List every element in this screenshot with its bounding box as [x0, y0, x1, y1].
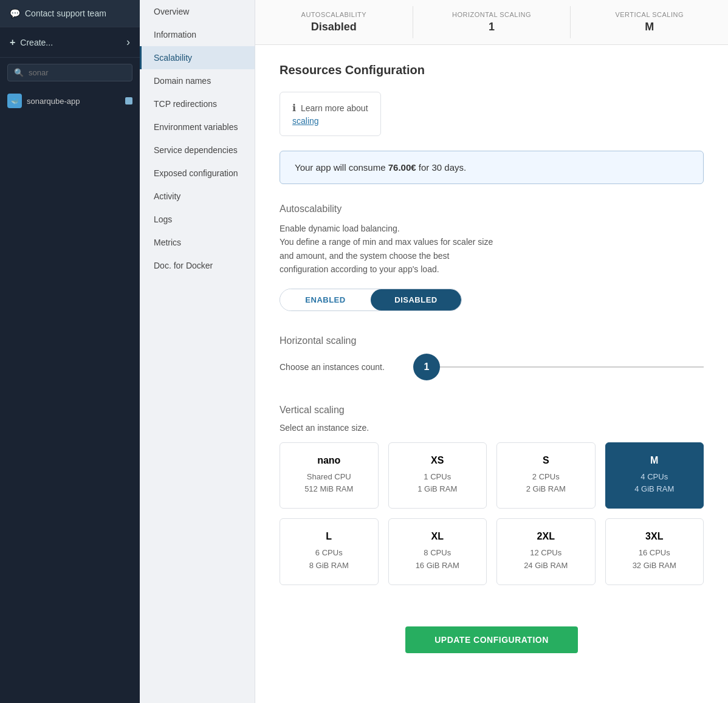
- plus-icon: +: [10, 37, 15, 48]
- cost-text-suffix: for 30 days.: [416, 162, 467, 173]
- instance-card-2xl[interactable]: 2XL 12 CPUs 24 GiB RAM: [496, 518, 596, 585]
- content-area: Resources Configuration ℹ Learn more abo…: [255, 45, 728, 696]
- slider-track: [439, 366, 704, 368]
- create-button[interactable]: + Create... ›: [0, 27, 140, 58]
- horizontal-scaling-section: Horizontal scaling Choose an instances c…: [280, 335, 704, 380]
- horizontal-stat-value: 1: [423, 21, 561, 33]
- support-icon: 💬: [10, 9, 20, 18]
- vertical-scaling-section: Vertical scaling Select an instance size…: [280, 405, 704, 585]
- sidebar-item-scalability[interactable]: Scalability: [140, 46, 255, 69]
- autoscalability-stat-label: AUTOSCALABILITY: [265, 11, 403, 18]
- autoscalability-description: Enable dynamic load balancing. You defin…: [280, 222, 498, 276]
- contact-support-label: Contact support team: [25, 9, 106, 18]
- instance-ram: 2 GiB RAM: [507, 483, 585, 496]
- instance-ram: 24 GiB RAM: [507, 560, 585, 572]
- sidebar-item-activity[interactable]: Activity: [140, 185, 255, 208]
- instance-size-name: S: [507, 455, 585, 466]
- instance-ram: 8 GiB RAM: [290, 560, 368, 572]
- cost-text-prefix: Your app will consume: [295, 162, 388, 173]
- vertical-stat-value: M: [580, 21, 718, 33]
- sidebar-item-metrics[interactable]: Metrics: [140, 231, 255, 254]
- instance-size-grid: nano Shared CPU 512 MiB RAM XS 1 CPUs 1 …: [280, 442, 704, 585]
- info-box-text: Learn more about: [301, 103, 368, 113]
- info-circle-icon: ℹ: [292, 102, 296, 114]
- sidebar-item-logs[interactable]: Logs: [140, 208, 255, 231]
- search-input[interactable]: [29, 68, 126, 77]
- contact-support-button[interactable]: 💬 Contact support team: [0, 0, 140, 27]
- sidebar-item-tcp-redirections[interactable]: TCP redirections: [140, 92, 255, 115]
- instance-size-name: L: [290, 531, 368, 542]
- search-container: 🔍: [7, 64, 132, 81]
- instance-ram: 4 GiB RAM: [616, 483, 694, 496]
- instance-card-m[interactable]: M 4 CPUs 4 GiB RAM: [605, 442, 704, 509]
- sidebar-item-environment-variables[interactable]: Environment variables: [140, 115, 255, 139]
- autoscalability-toggle: ENABLED DISABLED: [280, 289, 462, 311]
- instance-cpu: 1 CPUs: [399, 471, 477, 484]
- instance-ram: 512 MiB RAM: [290, 483, 368, 496]
- sidebar-item-exposed-configuration[interactable]: Exposed configuration: [140, 162, 255, 185]
- horizontal-scaling-header: Horizontal scaling: [280, 335, 704, 346]
- app-name-label: sonarqube-app: [27, 97, 80, 106]
- create-label: Create...: [20, 38, 53, 47]
- disabled-button[interactable]: DISABLED: [371, 289, 461, 310]
- update-btn-container: UPDATE CONFIGURATION: [280, 614, 704, 677]
- instance-size-name: XS: [399, 455, 477, 466]
- sidebar: 💬 Contact support team + Create... › 🔍 🐳…: [0, 0, 140, 703]
- instance-cpu: Shared CPU: [290, 471, 368, 484]
- instance-cpu: 2 CPUs: [507, 471, 585, 484]
- center-navigation: OverviewInformationScalabilityDomain nam…: [140, 0, 255, 703]
- instance-ram: 32 GiB RAM: [616, 560, 694, 572]
- page-title: Resources Configuration: [280, 63, 704, 77]
- instance-cpu: 16 CPUs: [616, 547, 694, 560]
- scaling-link[interactable]: scaling: [292, 116, 368, 126]
- instance-card-xl[interactable]: XL 8 CPUs 16 GiB RAM: [388, 518, 487, 585]
- autoscalability-stat: AUTOSCALABILITY Disabled: [255, 6, 413, 38]
- enabled-button[interactable]: ENABLED: [280, 289, 371, 310]
- slider-thumb[interactable]: 1: [413, 354, 440, 380]
- instance-cpu: 6 CPUs: [290, 547, 368, 560]
- sidebar-item-information[interactable]: Information: [140, 23, 255, 46]
- stats-bar: AUTOSCALABILITY Disabled HORIZONTAL SCAL…: [255, 0, 728, 45]
- vertical-scaling-header: Vertical scaling: [280, 405, 704, 416]
- instance-size-name: 2XL: [507, 531, 585, 542]
- app-list-item[interactable]: 🐳 sonarqube-app: [0, 87, 140, 114]
- instance-cpu: 8 CPUs: [399, 547, 477, 560]
- instance-size-name: M: [616, 455, 694, 466]
- sidebar-item-doc-for-docker[interactable]: Doc. for Docker: [140, 254, 255, 277]
- autoscalability-section: Autoscalability Enable dynamic load bala…: [280, 204, 704, 311]
- horizontal-scaling-row: Choose an instances count. 1: [280, 354, 704, 380]
- instance-card-l[interactable]: L 6 CPUs 8 GiB RAM: [280, 518, 379, 585]
- cost-banner: Your app will consume 76.00€ for 30 days…: [280, 151, 704, 184]
- horizontal-stat: HORIZONTAL SCALING 1: [413, 6, 571, 38]
- instance-size-name: 3XL: [616, 531, 694, 542]
- horizontal-stat-label: HORIZONTAL SCALING: [423, 11, 561, 18]
- horizontal-scaling-description: Choose an instances count.: [280, 362, 401, 372]
- instance-card-xs[interactable]: XS 1 CPUs 1 GiB RAM: [388, 442, 487, 509]
- app-status-icon: [125, 97, 132, 105]
- sidebar-item-overview[interactable]: Overview: [140, 0, 255, 23]
- info-box: ℹ Learn more about scaling: [280, 92, 381, 136]
- sidebar-item-domain-names[interactable]: Domain names: [140, 69, 255, 92]
- instance-cpu: 12 CPUs: [507, 547, 585, 560]
- app-icon: 🐳: [7, 94, 22, 108]
- vertical-scaling-description: Select an instance size.: [280, 423, 704, 433]
- cost-amount: 76.00€: [388, 162, 416, 173]
- horizontal-slider[interactable]: 1: [413, 354, 704, 380]
- autoscalability-header: Autoscalability: [280, 204, 704, 214]
- instance-ram: 1 GiB RAM: [399, 483, 477, 496]
- instance-size-name: nano: [290, 455, 368, 466]
- instance-card-nano[interactable]: nano Shared CPU 512 MiB RAM: [280, 442, 379, 509]
- update-configuration-button[interactable]: UPDATE CONFIGURATION: [405, 626, 578, 653]
- instance-size-name: XL: [399, 531, 477, 542]
- autoscalability-stat-value: Disabled: [265, 21, 403, 33]
- sidebar-item-service-dependencies[interactable]: Service dependencies: [140, 139, 255, 162]
- instance-card-3xl[interactable]: 3XL 16 CPUs 32 GiB RAM: [605, 518, 704, 585]
- search-icon: 🔍: [14, 68, 24, 77]
- instance-cpu: 4 CPUs: [616, 471, 694, 484]
- instance-ram: 16 GiB RAM: [399, 560, 477, 572]
- main-content: AUTOSCALABILITY Disabled HORIZONTAL SCAL…: [255, 0, 728, 703]
- chevron-right-icon: ›: [126, 36, 130, 49]
- vertical-stat-label: VERTICAL SCALING: [580, 11, 718, 18]
- vertical-stat: VERTICAL SCALING M: [571, 6, 728, 38]
- instance-card-s[interactable]: S 2 CPUs 2 GiB RAM: [496, 442, 596, 509]
